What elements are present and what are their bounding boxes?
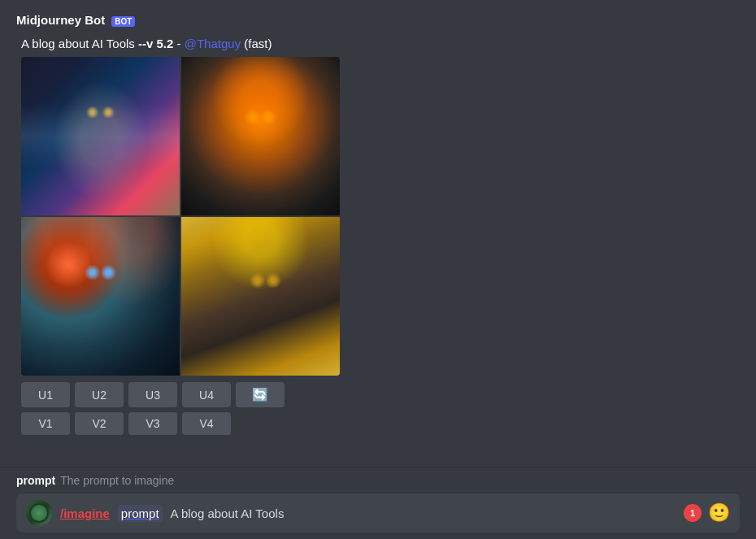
mention: @Thatguy <box>185 37 241 50</box>
refresh-button[interactable]: 🔄 <box>236 382 285 407</box>
v2-button[interactable]: V2 <box>75 412 124 435</box>
avatar <box>26 500 52 526</box>
prompt-hint-text: The prompt to imagine <box>60 474 174 487</box>
image-cell-1[interactable] <box>21 57 180 215</box>
message-container: Midjourney Bot BOT A blog about AI Tools… <box>16 13 740 448</box>
message-header: Midjourney Bot BOT <box>16 13 740 27</box>
v3-button[interactable]: V3 <box>128 412 177 435</box>
v1-button[interactable]: V1 <box>21 412 70 435</box>
image-grid <box>21 57 340 376</box>
input-right-icons: 1 🙂 <box>684 502 730 524</box>
bottom-area: prompt The prompt to imagine /imagine pr… <box>0 467 756 539</box>
bot-username: Midjourney Bot <box>16 13 105 27</box>
u1-button[interactable]: U1 <box>21 382 70 407</box>
command-name[interactable]: prompt <box>118 505 163 522</box>
message-content: A blog about AI Tools --v 5.2 - @Thatguy… <box>21 37 340 440</box>
input-text[interactable]: A blog about AI Tools <box>171 506 676 520</box>
image-cell-2[interactable] <box>181 57 340 215</box>
slash-command[interactable]: /imagine <box>60 506 110 520</box>
upscale-button-row: U1 U2 U3 U4 🔄 <box>21 382 340 407</box>
variation-button-row: V1 V2 V3 V4 <box>21 412 340 435</box>
main-content: Midjourney Bot BOT A blog about AI Tools… <box>0 0 756 467</box>
image-cell-4[interactable] <box>181 217 340 376</box>
bot-tag: BOT <box>111 16 135 27</box>
message-title: A blog about AI Tools --v 5.2 - @Thatguy… <box>21 37 340 50</box>
u3-button[interactable]: U3 <box>128 382 177 407</box>
input-bar[interactable]: /imagine prompt A blog about AI Tools 1 … <box>16 493 740 532</box>
u4-button[interactable]: U4 <box>182 382 231 407</box>
message-wrapper: A blog about AI Tools --v 5.2 - @Thatguy… <box>16 37 740 440</box>
emoji-button[interactable]: 🙂 <box>708 502 730 524</box>
prompt-label: prompt <box>16 474 55 487</box>
title-main: A blog about AI Tools <box>21 37 138 50</box>
image-cell-3[interactable] <box>21 217 180 376</box>
v4-button[interactable]: V4 <box>182 412 231 435</box>
prompt-hint: prompt The prompt to imagine <box>16 474 740 487</box>
notification-badge: 1 <box>684 504 702 522</box>
u2-button[interactable]: U2 <box>75 382 124 407</box>
refresh-icon: 🔄 <box>252 387 268 402</box>
